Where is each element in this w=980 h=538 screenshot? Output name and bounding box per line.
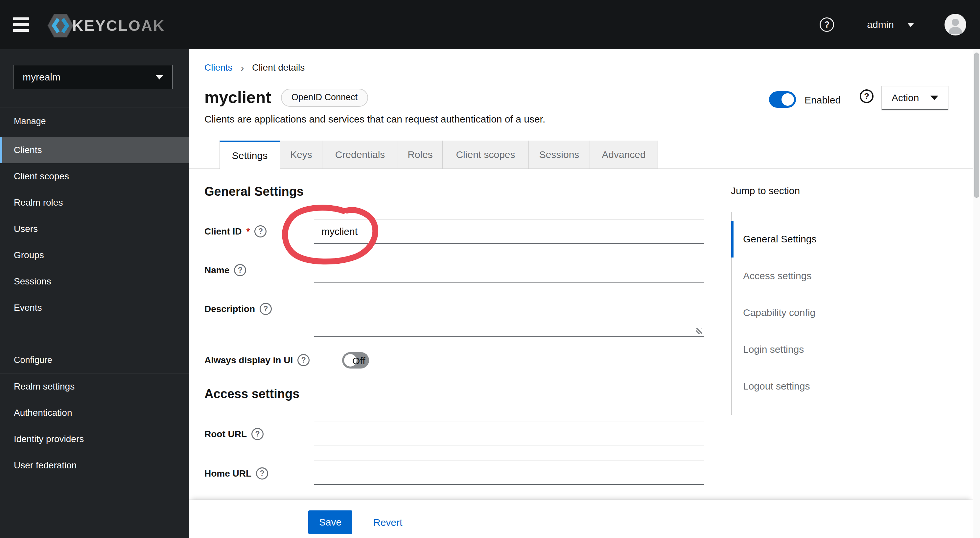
breadcrumb-separator-icon: › [240, 63, 244, 72]
always-display-label: Always display in UI [204, 354, 310, 366]
scrollbar-thumb[interactable] [974, 52, 979, 198]
name-label: Name [204, 264, 246, 276]
keycloak-admin-console: KEYCLOAK admin myrealm Manage Clients [0, 0, 980, 538]
tab-sessions[interactable]: Sessions [528, 141, 590, 168]
nav-manage: Clients Client scopes Realm roles Users … [0, 137, 189, 321]
enabled-toggle[interactable] [769, 91, 796, 108]
keycloak-hexagon-icon [47, 12, 74, 40]
jump-to-section-title: Jump to section [731, 185, 800, 197]
help-icon[interactable] [860, 89, 873, 103]
tab-advanced[interactable]: Advanced [590, 141, 658, 168]
sidebar-item-realm-settings[interactable]: Realm settings [0, 373, 189, 400]
chevron-down-icon [907, 23, 914, 27]
logo-text: KEYCLOAK [72, 17, 165, 35]
save-button[interactable]: Save [308, 510, 352, 534]
help-icon[interactable] [256, 467, 268, 479]
jump-links: General Settings Access settings Capabil… [731, 221, 961, 405]
enabled-label: Enabled [805, 95, 841, 106]
form-footer: Save Revert [189, 500, 973, 538]
hamburger-menu-icon[interactable] [13, 17, 29, 32]
required-asterisk [247, 226, 250, 237]
tab-keys[interactable]: Keys [280, 141, 322, 168]
chevron-down-icon [931, 95, 938, 100]
help-icon[interactable] [819, 17, 834, 32]
username: admin [867, 19, 894, 30]
avatar[interactable] [945, 14, 966, 35]
root-url-input[interactable] [314, 421, 704, 445]
masthead-right: admin [819, 0, 966, 49]
help-icon[interactable] [234, 264, 246, 276]
page-header: myclient OpenID Connect [204, 88, 368, 107]
sidebar-item-authentication[interactable]: Authentication [0, 400, 189, 426]
jump-link-capability-config[interactable]: Capability config [731, 294, 961, 331]
action-dropdown[interactable]: Action [881, 86, 948, 110]
nav-configure: Realm settings Authentication Identity p… [0, 373, 189, 479]
jump-link-login-settings[interactable]: Login settings [731, 331, 961, 368]
help-icon[interactable] [298, 354, 310, 366]
description-label: Description [204, 303, 272, 315]
root-url-label: Root URL [204, 428, 264, 440]
name-input[interactable] [314, 259, 704, 283]
section-access-settings: Access settings [204, 387, 299, 401]
home-url-input[interactable] [314, 460, 704, 485]
tab-settings[interactable]: Settings [220, 141, 280, 169]
breadcrumb: Clients › Client details [204, 62, 305, 73]
tab-credentials[interactable]: Credentials [322, 141, 398, 168]
client-id-input[interactable] [314, 219, 704, 244]
keycloak-logo: KEYCLOAK [47, 12, 165, 40]
always-display-state: Off [352, 355, 365, 367]
help-icon[interactable] [259, 303, 272, 315]
chevron-down-icon [156, 75, 163, 79]
nav-section-configure: Configure [0, 354, 189, 367]
toggle-knob [781, 93, 794, 106]
sidebar-item-groups[interactable]: Groups [0, 242, 189, 268]
section-general-settings: General Settings [204, 184, 304, 199]
description-textarea[interactable] [314, 297, 704, 337]
help-icon[interactable] [255, 225, 267, 238]
sidebar-item-clients[interactable]: Clients [0, 137, 189, 163]
sidebar-item-events[interactable]: Events [0, 295, 189, 321]
jump-link-logout-settings[interactable]: Logout settings [731, 368, 961, 405]
page-description: Clients are applications and services th… [204, 114, 545, 125]
nav-section-manage: Manage [0, 114, 189, 128]
person-icon [945, 14, 966, 35]
sidebar-item-client-scopes[interactable]: Client scopes [0, 163, 189, 189]
sidebar: myrealm Manage Clients Client scopes Rea… [0, 49, 189, 538]
client-id-label: Client ID [204, 225, 267, 238]
sidebar-item-sessions[interactable]: Sessions [0, 268, 189, 295]
help-icon[interactable] [251, 428, 264, 440]
masthead: KEYCLOAK admin [0, 0, 980, 49]
home-url-label: Home URL [204, 467, 268, 479]
jump-link-access-settings[interactable]: Access settings [731, 257, 961, 294]
sidebar-item-realm-roles[interactable]: Realm roles [0, 189, 189, 216]
jump-link-general-settings[interactable]: General Settings [731, 221, 961, 257]
realm-selector[interactable]: myrealm [13, 65, 173, 89]
sidebar-item-identity-providers[interactable]: Identity providers [0, 426, 189, 452]
breadcrumb-current: Client details [252, 62, 305, 73]
tab-bar: Settings Keys Credentials Roles Client s… [220, 141, 658, 169]
protocol-badge: OpenID Connect [281, 89, 368, 107]
realm-name: myrealm [23, 71, 60, 83]
scrollbar [973, 49, 980, 538]
tab-roles[interactable]: Roles [398, 141, 442, 168]
user-menu[interactable]: admin [867, 19, 914, 30]
revert-link[interactable]: Revert [373, 517, 402, 528]
action-label: Action [892, 92, 919, 103]
breadcrumb-clients-link[interactable]: Clients [204, 62, 233, 73]
page-title: myclient [204, 88, 271, 107]
sidebar-item-user-federation[interactable]: User federation [0, 452, 189, 479]
sidebar-item-users[interactable]: Users [0, 216, 189, 242]
tab-client-scopes[interactable]: Client scopes [442, 141, 528, 168]
